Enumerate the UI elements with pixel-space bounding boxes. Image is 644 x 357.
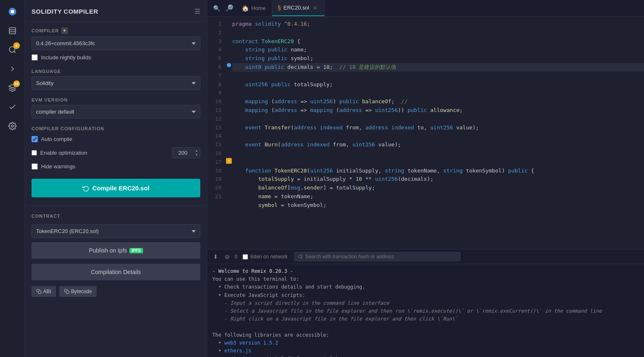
zoom-in-btn[interactable]: 🔎 [223,2,236,14]
enable-optimization-label[interactable]: Enable optimization [40,150,169,156]
sidebar-icon-git[interactable] [4,61,21,77]
contract-select[interactable]: TokenERC20 (ERC20.sol) [32,224,200,238]
divider [25,206,207,206]
optimization-value-wrap: 200 ▲ ▼ [172,147,200,158]
gutter-dot-line6 [227,63,231,67]
editor-area: 🔍 🔎 🏠 Home § ERC20.sol ✕ 12345 678910 11… [207,0,644,357]
svg-point-1 [10,10,14,13]
terminal-down-btn[interactable]: ⬇ [211,253,220,261]
zoom-out-btn[interactable]: 🔍 [211,3,223,13]
sidebar-icon-settings[interactable] [4,118,21,134]
home-tab-label: Home [251,5,266,11]
language-select[interactable]: Solidity [32,76,200,90]
ipfs-badge: IPFS [129,248,143,253]
menu-icon[interactable]: ☰ [194,7,200,15]
terminal-search [294,252,460,261]
gutter-warning-line17: ! [226,158,232,164]
hide-warnings-label[interactable]: Hide warnings [41,163,75,170]
enable-optimization-row: Enable optimization 200 ▲ ▼ [25,145,207,161]
include-nightly-checkbox[interactable] [32,54,38,61]
terminal-line-10: • remix (run remix.help() for more info) [212,355,639,357]
config-section-label: COMPILER CONFIGURATION [25,120,207,134]
bytecode-button[interactable]: Bytecode [59,286,97,297]
include-nightly-label[interactable]: Include nightly builds [41,54,91,61]
listen-network-checkbox[interactable] [243,254,248,260]
line-numbers: 12345 678910 1112131415 1617181920 21 [207,17,226,249]
sidebar: 4 10 [0,0,25,357]
tab-home[interactable]: 🏠 Home [236,0,272,16]
contract-section-label: CONTRACT [25,208,207,221]
terminal-stop-btn[interactable]: ⊘ [223,253,231,261]
web3-link[interactable]: web3 version 1.5.2 [224,340,278,346]
publish-ipfs-button[interactable]: Publish on Ipfs IPFS [32,242,200,259]
search-badge: 4 [13,42,20,49]
svg-point-10 [299,255,302,258]
terminal: ⬇ ⊘ 0 listen on network - Welcome to Rem… [207,249,644,357]
terminal-line-6: - Right click on a Javascript file in th… [212,315,639,323]
abi-button[interactable]: ABI [32,286,56,297]
terminal-line-7: The following libraries are accessible: [212,331,639,339]
optimization-stepper[interactable]: ▲ ▼ [193,148,200,158]
ethers-link[interactable]: ethers.js [224,348,251,354]
compile-icon [83,185,89,192]
sidebar-icon-debug[interactable] [4,99,21,115]
terminal-content: - Welcome to Remix 0.20.3 - You can use … [207,264,644,357]
auto-compile-row: Auto compile [25,134,207,145]
svg-line-6 [14,51,15,53]
svg-point-7 [11,125,13,127]
compiler-version-select[interactable]: 0.4.26+commit.4563c3fc [32,36,200,50]
compile-button[interactable]: Compile ERC20.sol [32,179,200,197]
listen-network-label[interactable]: listen on network [250,254,288,260]
svg-rect-8 [39,291,41,294]
terminal-line-2: • Check transactions details and start d… [212,283,639,291]
copy-icon2 [64,289,69,294]
panel-title: SOLIDITY COMPILER [32,8,98,15]
svg-rect-9 [66,291,69,294]
terminal-line-8: • web3 version 1.5.2 [212,339,639,347]
erc20-tab-label: ERC20.sol [283,5,309,11]
erc20-tab-icon: § [278,5,281,11]
include-nightly-row: Include nightly builds [25,52,207,63]
hide-warnings-row: Hide warnings [25,161,207,172]
optimization-value-input[interactable]: 200 [173,148,193,158]
gutter: ! [226,17,232,249]
code-content[interactable]: pragma solidity ^0.4.16; contract TokenE… [232,17,644,249]
copy-icon [36,289,41,294]
code-editor: 12345 678910 1112131415 1617181920 21 ! … [207,17,644,249]
auto-compile-label[interactable]: Auto compile [41,136,72,142]
compiler-section-label: COMPILER + [25,22,207,36]
evm-section-label: EVM VERSION [25,92,207,105]
contract-select-wrap: TokenERC20 (ERC20.sol) [25,221,207,240]
auto-compile-checkbox[interactable] [32,136,38,142]
terminal-line-3: • Execute JavaScript scripts: [212,291,639,299]
terminal-line-blank [212,323,639,331]
hide-warnings-checkbox[interactable] [32,163,38,170]
terminal-listen-row: listen on network [243,254,288,260]
abi-bytecode-row: ABI Bytecode [25,283,207,300]
terminal-count: 0 [235,254,238,260]
editor-tabs: 🔍 🔎 🏠 Home § ERC20.sol ✕ [207,0,644,17]
sidebar-icon-files[interactable] [4,22,21,39]
language-section-label: LANGUAGE [25,63,207,76]
sidebar-icon-home[interactable] [4,3,21,20]
svg-line-11 [301,257,302,258]
terminal-search-input[interactable] [305,254,457,260]
terminal-line-5: - Select a Javascript file in the file e… [212,307,639,315]
evm-version-select[interactable]: compiler default [32,105,200,119]
plugin-badge: 10 [13,80,20,87]
home-tab-icon: 🏠 [242,5,249,12]
terminal-toolbar: ⬇ ⊘ 0 listen on network [207,250,644,264]
terminal-welcome: - Welcome to Remix 0.20.3 - [212,267,639,275]
enable-optimization-checkbox[interactable] [32,150,37,155]
erc20-tab-close[interactable]: ✕ [312,5,318,11]
tab-erc20[interactable]: § ERC20.sol ✕ [272,0,325,16]
sidebar-icon-search[interactable]: 4 [4,41,21,58]
compilation-details-button[interactable]: Compilation Details [32,264,200,280]
svg-rect-2 [9,28,15,34]
panel-header: SOLIDITY COMPILER ☰ [25,0,207,22]
terminal-line-1: You can use this terminal to: [212,275,639,283]
compiler-plus-icon[interactable]: + [61,27,68,34]
terminal-line-9: • ethers.js [212,347,639,355]
sidebar-icon-plugin[interactable]: 10 [4,80,21,96]
compiler-panel: SOLIDITY COMPILER ☰ COMPILER + 0.4.26+co… [25,0,207,357]
